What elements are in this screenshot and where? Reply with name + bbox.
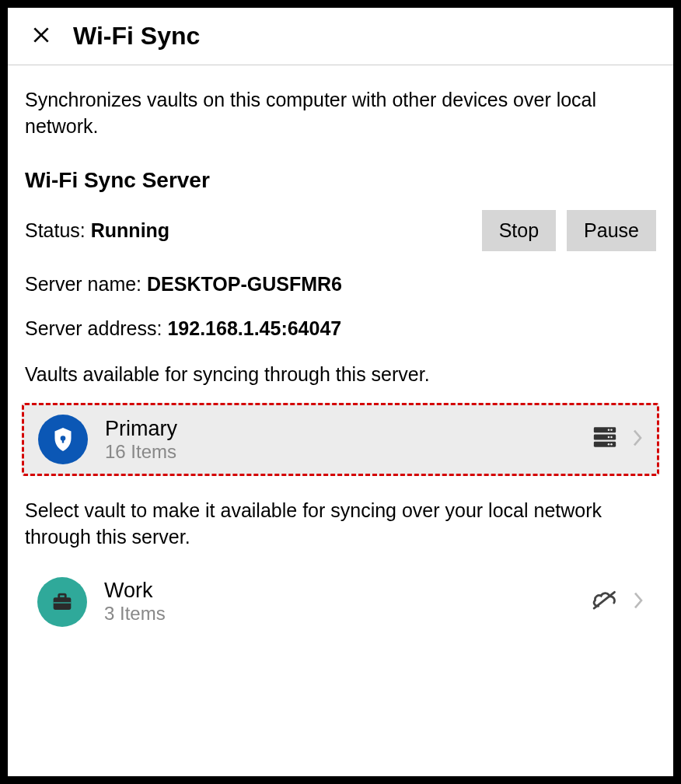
vault-row-primary[interactable]: Primary 16 Items: [22, 403, 659, 476]
svg-point-10: [608, 436, 610, 439]
vault-info: Work 3 Items: [104, 579, 574, 625]
svg-rect-4: [594, 428, 616, 433]
vault-name: Primary: [105, 417, 574, 441]
vault-item-count: 3 Items: [104, 603, 574, 625]
stop-button[interactable]: Stop: [482, 210, 556, 251]
vault-shield-icon: [38, 415, 88, 464]
server-stack-icon: [592, 425, 618, 453]
cloud-off-icon: [591, 588, 619, 616]
server-name-label: Server name:: [25, 273, 147, 295]
svg-point-9: [610, 436, 613, 439]
panel-header: Wi-Fi Sync: [8, 8, 673, 65]
panel-description: Synchronizes vaults on this computer wit…: [25, 87, 656, 140]
server-status: Status: Running: [25, 219, 169, 242]
vault-row-work[interactable]: Work 3 Items: [25, 566, 656, 638]
svg-rect-13: [54, 597, 72, 610]
vault-item-count: 16 Items: [105, 441, 574, 463]
svg-point-11: [610, 443, 613, 446]
pause-button[interactable]: Pause: [567, 210, 656, 251]
select-vault-description: Select vault to make it available for sy…: [25, 498, 656, 551]
svg-rect-5: [594, 435, 616, 440]
svg-rect-3: [62, 439, 64, 443]
chevron-right-icon: [632, 426, 643, 453]
server-section-title: Wi-Fi Sync Server: [25, 168, 656, 193]
vault-name: Work: [104, 579, 574, 603]
briefcase-icon: [37, 577, 87, 627]
status-value: Running: [91, 219, 169, 241]
available-vaults-description: Vaults available for syncing through thi…: [25, 362, 656, 388]
svg-line-16: [594, 592, 614, 608]
panel-title: Wi-Fi Sync: [73, 22, 200, 51]
svg-point-8: [608, 429, 610, 432]
wifi-sync-panel: Wi-Fi Sync Synchronizes vaults on this c…: [8, 8, 673, 776]
status-label: Status:: [25, 219, 91, 241]
svg-rect-15: [54, 602, 72, 603]
chevron-right-icon: [633, 589, 644, 615]
server-address-label: Server address:: [25, 317, 167, 339]
svg-rect-6: [594, 442, 616, 447]
svg-rect-14: [59, 594, 66, 598]
close-icon[interactable]: [31, 24, 51, 49]
server-name-line: Server name: DESKTOP-GUSFMR6: [25, 273, 656, 296]
server-address-value: 192.168.1.45:64047: [167, 317, 341, 339]
svg-point-12: [608, 443, 610, 446]
svg-point-7: [610, 429, 613, 432]
vault-info: Primary 16 Items: [105, 417, 574, 463]
server-name-value: DESKTOP-GUSFMR6: [147, 273, 342, 295]
server-address-line: Server address: 192.168.1.45:64047: [25, 317, 656, 340]
